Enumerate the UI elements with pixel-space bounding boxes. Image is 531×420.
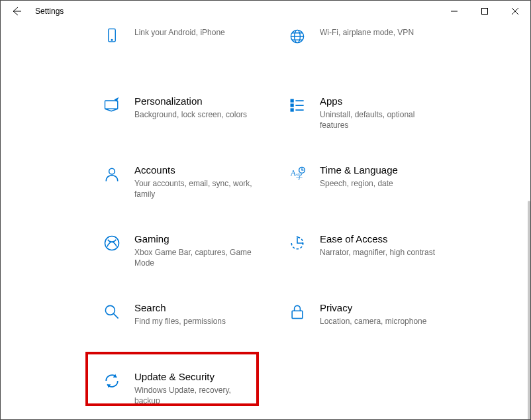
apps-icon [284,95,311,115]
tile-apps-title: Apps [320,95,459,108]
tile-network[interactable]: Wi-Fi, airplane mode, VPN [279,22,464,68]
tile-network-desc: Wi-Fi, airplane mode, VPN [320,27,439,38]
svg-point-13 [105,236,119,250]
tile-personalization-title: Personalization [134,95,273,108]
tile-personalization-desc: Background, lock screen, colors [134,109,254,120]
tile-time-language-title: Time & Language [320,164,459,177]
accounts-icon [99,164,125,184]
time-language-icon: A 字 [284,164,311,184]
minimize-icon [451,8,458,15]
tile-time-language[interactable]: A 字 Time & Language Speech, region, date [279,160,464,206]
settings-grid: Link your Android, iPhone Wi-Fi, airplan… [93,22,510,413]
tile-update-security-title: Update & Security [134,370,273,384]
tile-privacy-title: Privacy [320,301,459,315]
tile-search[interactable]: Search Find my files, permissions [93,297,279,344]
tile-phone[interactable]: Link your Android, iPhone [93,22,279,68]
svg-rect-15 [292,311,303,318]
tile-accounts[interactable]: Accounts Your accounts, email, sync, wor… [93,160,279,206]
search-icon [99,301,125,321]
tile-gaming-title: Gaming [134,233,273,246]
minimize-button[interactable] [439,1,469,22]
update-security-icon [99,370,125,390]
tile-privacy-desc: Location, camera, microphone [320,316,439,327]
svg-text:A: A [291,168,297,178]
tile-accounts-title: Accounts [134,164,273,177]
tile-apps-desc: Uninstall, defaults, optional features [320,109,439,131]
tile-gaming[interactable]: Gaming Xbox Game Bar, captures, Game Mod… [93,229,279,275]
svg-point-14 [105,305,115,315]
tile-accounts-desc: Your accounts, email, sync, work, family [134,178,254,199]
close-icon [512,8,518,15]
svg-rect-7 [291,104,293,107]
tile-ease-of-access-desc: Narrator, magnifier, high contrast [320,247,439,258]
personalization-icon [99,95,125,115]
tile-search-desc: Find my files, permissions [134,316,254,327]
maximize-icon [481,8,488,15]
titlebar: Settings [1,1,530,22]
svg-point-2 [111,39,113,40]
tile-apps[interactable]: Apps Uninstall, defaults, optional featu… [279,91,464,137]
phone-icon [99,26,125,46]
back-button[interactable] [1,1,32,22]
svg-rect-5 [105,101,118,109]
tile-privacy[interactable]: Privacy Location, camera, microphone [279,297,464,344]
maximize-button[interactable] [469,1,500,22]
content-area: Link your Android, iPhone Wi-Fi, airplan… [1,22,530,419]
tile-personalization[interactable]: Personalization Background, lock screen,… [93,91,279,137]
tile-ease-of-access-title: Ease of Access [320,233,459,246]
globe-icon [284,26,311,46]
svg-rect-6 [291,99,293,102]
tile-phone-desc: Link your Android, iPhone [134,27,254,38]
close-button[interactable] [500,1,530,22]
arrow-left-icon [11,6,22,17]
scrollbar[interactable] [528,201,530,419]
svg-point-9 [109,168,115,174]
tile-search-title: Search [134,301,273,315]
gaming-icon [99,233,125,252]
privacy-icon [284,301,311,321]
svg-text:字: 字 [296,173,303,180]
tile-ease-of-access[interactable]: Ease of Access Narrator, magnifier, high… [279,229,464,275]
window-controls [439,1,530,22]
window-title: Settings [35,7,64,16]
tile-gaming-desc: Xbox Game Bar, captures, Game Mode [134,247,254,268]
tile-time-language-desc: Speech, region, date [320,178,439,189]
ease-of-access-icon [284,233,311,252]
svg-rect-8 [291,109,293,111]
svg-rect-0 [482,9,488,15]
tile-update-security[interactable]: Update & Security Windows Update, recove… [93,366,279,413]
tile-update-security-desc: Windows Update, recovery, backup [134,385,254,406]
